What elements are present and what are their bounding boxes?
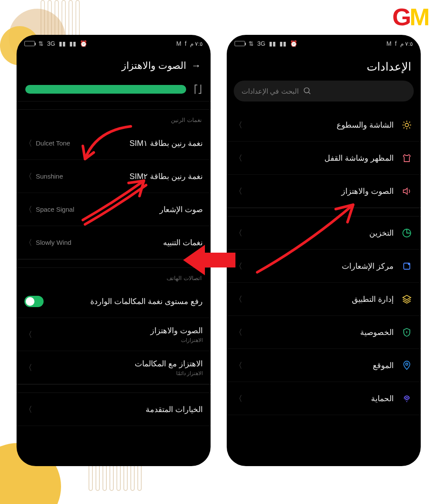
ringtone-value: Sunshine	[36, 173, 63, 180]
sun-icon	[401, 119, 413, 131]
settings-item-theme[interactable]: 〈 المظهر وشاشة القفل	[227, 142, 421, 175]
alarm-icon: ⏰	[290, 40, 297, 47]
signal-icon: ▮▮	[59, 40, 66, 47]
haptic-icon: ⎡⎦	[194, 85, 202, 94]
settings-item-label: الشاشة والسطوع	[337, 120, 394, 130]
section-divider	[227, 208, 421, 216]
svg-point-2	[405, 123, 409, 127]
chevron-left-icon: 〈	[24, 138, 32, 149]
notif-icon	[401, 260, 413, 272]
search-icon	[303, 87, 312, 95]
chevron-left-icon: 〈	[24, 362, 32, 373]
settings-item-label: الحماية	[371, 394, 394, 403]
chevron-left-icon: 〈	[24, 329, 32, 340]
ascend-ringtone-toggle-row: رفع مستوى نغمة المكالمات الواردة	[17, 285, 211, 318]
chevron-left-icon: 〈	[235, 360, 242, 371]
ringtone-label: نغمة رنين بطاقة SIM٢	[129, 172, 203, 181]
settings-item-privacy[interactable]: 〈 الخصوصية	[227, 316, 421, 349]
chevron-left-icon: 〈	[24, 204, 32, 215]
settings-item-apps[interactable]: 〈 إدارة التطبيق	[227, 283, 421, 316]
row-label: الخيارات المتقدمة	[146, 405, 203, 414]
row-label: الصوت والاهتزاز	[150, 326, 203, 335]
sound-vibration[interactable]: 〈 الصوت والاهتزاز الاهتزازات	[17, 318, 211, 351]
signal2-icon: ▮▮	[69, 40, 76, 47]
shirt-icon	[401, 152, 413, 164]
settings-item-sound[interactable]: 〈 الصوت والاهتزاز	[227, 175, 421, 208]
row-sub: الاهتزازات	[181, 337, 203, 343]
chevron-left-icon: 〈	[235, 261, 242, 271]
section-label-calls: اتصالات الهاتف	[17, 268, 211, 285]
ascend-ringtone-toggle[interactable]	[24, 296, 44, 307]
status-bar: ⇅ 3G ▮▮ ▮▮ ⏰ M f ٧:٥ م	[17, 35, 211, 52]
svg-line-10	[409, 122, 410, 122]
back-arrow-icon[interactable]: →	[191, 60, 201, 71]
svg-line-9	[404, 127, 405, 128]
advanced-options[interactable]: 〈 الخيارات المتقدمة	[17, 393, 211, 426]
toggle-label: رفع مستوى نغمة المكالمات الواردة	[90, 297, 203, 306]
chevron-left-icon: 〈	[235, 228, 242, 238]
mail-icon: M	[176, 40, 181, 47]
chevron-left-icon: 〈	[235, 120, 242, 130]
page-title: الصوت والاهتزاز	[122, 60, 186, 71]
network-icon: 3G	[47, 40, 55, 47]
layers-icon	[401, 293, 413, 305]
chevron-left-icon: 〈	[235, 393, 242, 404]
section-divider	[17, 101, 211, 110]
row-sub: الاهتزاز دائمًا	[176, 370, 203, 376]
settings-item-security[interactable]: 〈 الحماية	[227, 382, 421, 415]
chevron-left-icon: 〈	[235, 186, 242, 196]
settings-item-label: إدارة التطبيق	[352, 294, 394, 304]
svg-point-14	[406, 363, 408, 365]
settings-item-label: التخزين	[369, 228, 394, 238]
gm-logo: GM	[392, 3, 428, 31]
settings-item-label: المظهر وشاشة القفل	[324, 153, 394, 163]
ringtone-value: Space Signal	[36, 206, 74, 213]
vibrate-with-calls[interactable]: 〈 الاهتزاز مع المكالمات الاهتزاز دائمًا	[17, 351, 211, 384]
search-input[interactable]: البحث في الإعدادات	[234, 81, 414, 101]
mail-icon: M	[386, 40, 392, 47]
settings-item-notifications[interactable]: 〈 مركز الإشعارات	[227, 250, 421, 283]
ringtone-value: Dulcet Tone	[36, 139, 70, 147]
chevron-left-icon: 〈	[24, 171, 32, 182]
settings-item-display[interactable]: 〈 الشاشة والسطوع	[227, 108, 421, 142]
svg-point-0	[304, 88, 309, 93]
svg-line-8	[409, 127, 410, 128]
battery-icon	[24, 41, 35, 46]
big-red-arrow-icon	[183, 240, 235, 281]
row-label: الاهتزاز مع المكالمات	[135, 359, 203, 369]
facebook-icon: f	[185, 40, 187, 47]
chevron-left-icon: 〈	[24, 237, 32, 248]
settings-item-storage[interactable]: 〈 التخزين	[227, 216, 421, 250]
clock-text: ٧:٥ م	[190, 41, 203, 47]
volume-icon	[401, 185, 413, 197]
svg-line-7	[404, 122, 405, 122]
data-icon: ⇅	[249, 40, 254, 47]
shield-icon	[401, 326, 413, 338]
svg-line-1	[308, 92, 310, 94]
notification-sound[interactable]: 〈 Space Signal صوت الإشعار	[17, 193, 211, 226]
phone-sound: ⇅ 3G ▮▮ ▮▮ ⏰ M f ٧:٥ م الصوت والاهتزاز →…	[17, 35, 211, 466]
svg-point-13	[408, 263, 410, 265]
ringtone-sim1[interactable]: 〈 Dulcet Tone نغمة رنين بطاقة SIM١	[17, 127, 211, 160]
network-icon: 3G	[257, 40, 266, 47]
volume-slider[interactable]	[25, 85, 186, 94]
phone-settings: ⇅ 3G ▮▮ ▮▮ ⏰ M f ٧:٥ م الإعدادات البحث ف…	[227, 35, 421, 466]
section-label-ringtones: نغمات الرنين	[17, 110, 211, 127]
clock-text: ٧:٥ م	[400, 41, 413, 47]
settings-item-location[interactable]: 〈 الموقع	[227, 349, 421, 382]
alarm-tones[interactable]: 〈 Slowly Wind نغمات التنبيه	[17, 226, 211, 259]
data-icon: ⇅	[38, 40, 44, 47]
settings-item-label: مركز الإشعارات	[342, 261, 394, 271]
chevron-left-icon: 〈	[24, 404, 32, 415]
pin-icon	[401, 359, 413, 372]
alarm-icon: ⏰	[80, 40, 87, 47]
section-divider	[17, 259, 211, 268]
battery-icon	[235, 41, 245, 46]
chevron-left-icon: 〈	[235, 153, 242, 163]
signal2-icon: ▮▮	[279, 40, 286, 47]
page-title: الإعدادات	[227, 52, 421, 81]
facebook-icon: f	[395, 40, 397, 47]
section-divider	[17, 384, 211, 393]
ringtone-sim2[interactable]: 〈 Sunshine نغمة رنين بطاقة SIM٢	[17, 160, 211, 193]
fingerprint-icon	[401, 392, 413, 405]
